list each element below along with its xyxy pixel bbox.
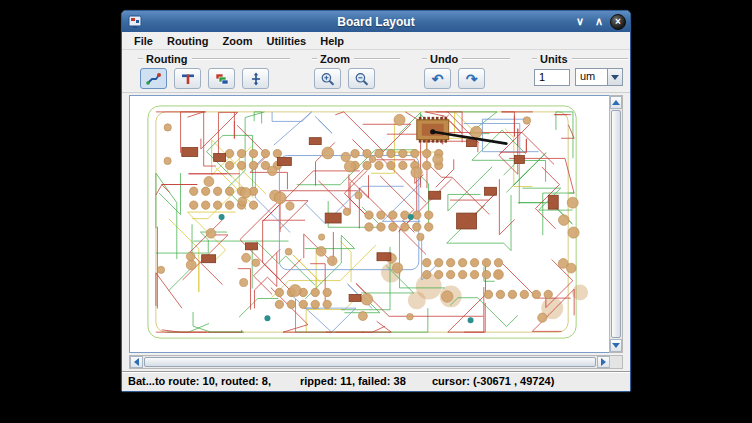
scroll-down-button[interactable] — [610, 339, 622, 352]
menu-file[interactable]: File — [127, 35, 160, 47]
autoroute-icon — [146, 72, 162, 86]
arrow-up-icon — [612, 100, 620, 105]
horizontal-scrollbar[interactable] — [129, 355, 611, 369]
layers-icon — [214, 72, 230, 86]
status-ripped-failed: ripped: 11, failed: 38 — [300, 375, 406, 387]
via-icon — [180, 72, 196, 86]
units-value-input[interactable] — [534, 69, 570, 86]
redo-icon: ↷ — [466, 72, 478, 86]
toolbar-group-routing: Routing — [138, 52, 290, 89]
horizontal-scroll-thumb[interactable] — [144, 357, 596, 367]
zoom-out-button[interactable] — [348, 68, 375, 89]
window-title: Board Layout — [122, 15, 630, 29]
layers-button[interactable] — [208, 68, 235, 89]
scroll-up-button[interactable] — [610, 96, 622, 109]
menu-zoom[interactable]: Zoom — [216, 35, 260, 47]
units-combo-arrow[interactable] — [607, 69, 622, 85]
scroll-left-button[interactable] — [130, 356, 143, 368]
chevron-down-icon — [611, 75, 619, 80]
maximize-button[interactable]: ∧ — [591, 14, 607, 30]
pcb-canvas[interactable] — [130, 96, 610, 352]
window-titlebar[interactable]: Board Layout ∨ ∧ × — [122, 11, 630, 32]
route-via-button[interactable] — [174, 68, 201, 89]
vertical-scroll-thumb[interactable] — [611, 110, 621, 338]
status-bar: Bat...to route: 10, routed: 8, ripped: 1… — [122, 371, 630, 391]
window-icon — [128, 15, 142, 29]
arrow-down-icon — [612, 343, 620, 348]
status-cursor-position: cursor: (-30671 , 49724) — [432, 375, 554, 387]
vertical-scrollbar[interactable] — [609, 95, 623, 353]
autoroute-button[interactable] — [140, 68, 167, 89]
close-button[interactable]: × — [610, 14, 626, 30]
move-button[interactable] — [242, 68, 269, 89]
move-icon — [248, 72, 264, 86]
board-area — [122, 93, 630, 371]
toolbar-group-undo: Undo ↶ ↷ — [422, 52, 510, 89]
zoom-in-icon — [320, 72, 336, 86]
toolbar: Routing — [122, 50, 630, 93]
arrow-right-icon — [601, 358, 606, 366]
units-group-label: Units — [540, 53, 568, 65]
menu-routing[interactable]: Routing — [160, 35, 216, 47]
redo-button[interactable]: ↷ — [458, 68, 485, 89]
arrow-left-icon — [134, 358, 139, 366]
zoom-out-icon — [354, 72, 370, 86]
menu-bar: File Routing Zoom Utilities Help — [122, 32, 630, 50]
toolbar-group-zoom: Zoom — [312, 52, 400, 89]
menu-help[interactable]: Help — [313, 35, 351, 47]
board-viewport[interactable] — [129, 95, 611, 353]
status-route-counts: Bat...to route: 10, routed: 8, — [128, 375, 271, 387]
scrollbar-corner — [609, 355, 623, 369]
units-combo-value: um — [576, 69, 607, 85]
menu-utilities[interactable]: Utilities — [259, 35, 313, 47]
desktop-background: Board Layout ∨ ∧ × File Routing Zoom Uti… — [0, 0, 752, 423]
zoom-group-label: Zoom — [320, 53, 350, 65]
app-window: Board Layout ∨ ∧ × File Routing Zoom Uti… — [121, 10, 631, 392]
undo-icon: ↶ — [432, 72, 444, 86]
units-combo[interactable]: um — [575, 68, 623, 86]
zoom-in-button[interactable] — [314, 68, 341, 89]
routing-group-label: Routing — [146, 53, 188, 65]
toolbar-group-units: Units um — [532, 52, 628, 89]
undo-group-label: Undo — [430, 53, 458, 65]
minimize-button[interactable]: ∨ — [572, 14, 588, 30]
undo-button[interactable]: ↶ — [424, 68, 451, 89]
